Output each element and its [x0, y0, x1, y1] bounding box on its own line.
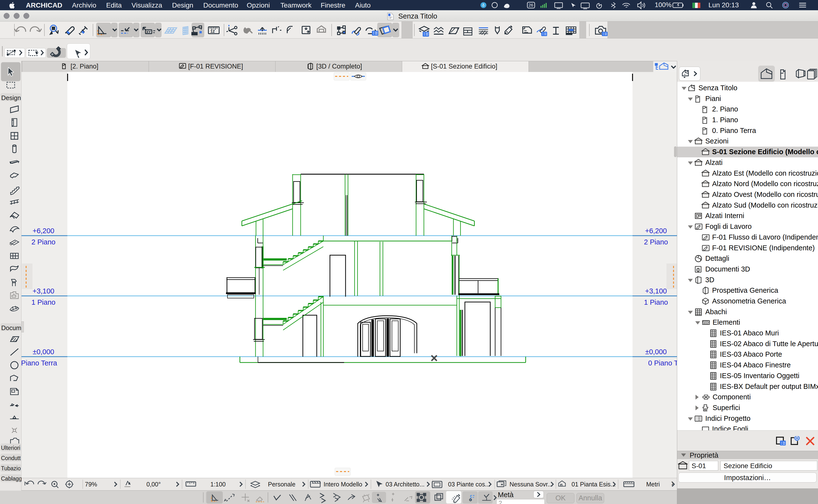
- svg-text:12: 12: [210, 29, 215, 33]
- svg-text:Lun 20:13: Lun 20:13: [708, 1, 739, 9]
- svg-text:1 Piano: 1 Piano: [644, 298, 668, 306]
- svg-text:δ: δ: [482, 3, 485, 7]
- svg-text:1 Piano: 1 Piano: [31, 298, 55, 306]
- svg-text:+6,200: +6,200: [32, 227, 54, 235]
- svg-text:0 Piano Terra: 0 Piano Terra: [648, 359, 677, 367]
- svg-text:±0,000: ±0,000: [33, 348, 54, 356]
- svg-text:26: 26: [529, 3, 533, 8]
- svg-text:2 Piano: 2 Piano: [31, 238, 55, 246]
- svg-text:+6,200: +6,200: [645, 227, 667, 235]
- svg-text:XY: XY: [146, 30, 151, 34]
- svg-text:0 Piano Terra: 0 Piano Terra: [21, 359, 57, 367]
- svg-text:±0,000: ±0,000: [645, 348, 667, 356]
- svg-text:2 Piano: 2 Piano: [644, 238, 668, 246]
- svg-text:100%: 100%: [655, 1, 672, 9]
- svg-text:+3,100: +3,100: [645, 287, 667, 295]
- svg-text:+3,100: +3,100: [32, 287, 54, 295]
